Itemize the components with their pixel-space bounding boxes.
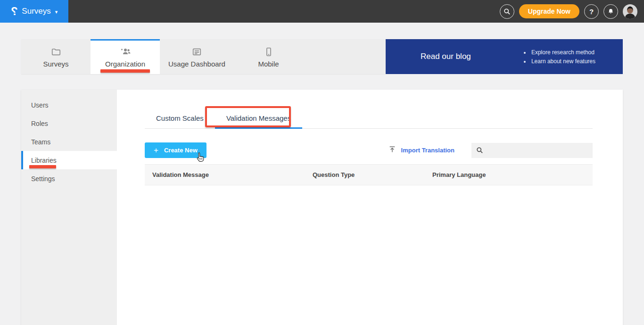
bell-icon [607,8,614,15]
plus-icon: + [154,146,158,155]
blog-title: Read our blog [421,52,471,61]
nav-tab-label: Surveys [43,60,68,68]
user-avatar[interactable] [623,4,637,19]
nav-tabstrip: Surveys Organization Usage Dashboard M [21,39,386,74]
blog-bullet: Learn about new features [530,58,595,65]
help-button[interactable]: ? [584,4,599,19]
question-mark-icon: ? [589,8,594,16]
sidebar-item-users[interactable]: Users [21,96,117,114]
import-translation-label: Import Translation [401,147,454,154]
tab-validation-messages[interactable]: Validation Messages [215,110,302,129]
search-icon [504,8,511,15]
product-name: Surveys [22,7,50,16]
nav-tab-label: Mobile [258,60,279,68]
avatar-photo [623,4,637,19]
tab-custom-scales[interactable]: Custom Scales [145,110,215,129]
create-new-button[interactable]: + Create New [145,142,206,158]
nav-tab-surveys[interactable]: Surveys [21,39,91,74]
sidebar-item-roles[interactable]: Roles [21,114,117,133]
search-icon [476,147,483,154]
import-translation-link[interactable]: Import Translation [388,145,454,155]
topbar-actions: Upgrade Now ? [500,0,637,23]
sidebar-item-label: Users [31,101,49,109]
nav-tab-organization[interactable]: Organization [91,39,160,74]
column-header-validation-message: Validation Message [152,171,313,178]
table-search-box[interactable] [471,143,593,158]
toolbar-right-group: Import Translation [388,143,593,158]
notifications-button[interactable] [603,4,618,19]
blog-promo-panel[interactable]: Read our blog Explore research method Le… [386,39,623,74]
annotation-underline-organization [100,69,150,73]
upload-icon [388,145,396,155]
sidebar-item-label: Roles [31,120,48,127]
table-search-input[interactable] [487,147,588,154]
nav-tab-label: Organization [105,60,145,68]
dashboard-icon [191,47,203,57]
nav-tab-mobile[interactable]: Mobile [234,39,303,74]
mobile-icon [264,47,274,57]
sidebar-item-settings[interactable]: Settings [21,169,117,188]
sidebar-item-label: Libraries [31,157,57,164]
libraries-content: Custom Scales Validation Messages + Crea… [117,90,623,325]
nav-tab-usage-dashboard[interactable]: Usage Dashboard [160,39,234,74]
upgrade-now-button[interactable]: Upgrade Now [519,4,579,18]
primary-navigation: Surveys Organization Usage Dashboard M [21,39,623,74]
nav-tab-label: Usage Dashboard [168,60,225,68]
app-window: ? Surveys ▾ Upgrade Now ? [0,0,644,325]
annotation-underline-libraries [29,165,56,168]
product-switcher[interactable]: ? Surveys ▾ [0,0,68,23]
validation-messages-table-header: Validation Message Question Type Primary… [145,164,593,185]
chevron-down-icon: ▾ [55,9,58,15]
create-new-label: Create New [164,147,198,154]
column-header-question-type: Question Type [313,171,432,178]
global-search-button[interactable] [500,4,514,19]
sidebar-item-label: Settings [31,175,55,183]
list-toolbar: + Create New Import Translation [145,142,593,158]
settings-sidebar: Users Roles Teams Libraries Settings [21,90,117,325]
questionpro-logo-icon: ? [11,6,18,17]
sidebar-item-label: Teams [31,138,50,146]
top-bar: ? Surveys ▾ Upgrade Now ? [0,0,644,23]
blog-bullet-list: Explore research method Learn about new … [530,47,595,67]
sidebar-item-libraries[interactable]: Libraries [21,151,117,169]
content-card: Users Roles Teams Libraries Settings Cus… [21,90,623,325]
blog-bullet: Explore research method [530,49,595,56]
column-header-primary-language: Primary Language [432,171,593,178]
folder-icon [50,47,62,57]
sidebar-item-teams[interactable]: Teams [21,133,117,151]
library-tabs: Custom Scales Validation Messages [145,110,593,129]
organization-people-icon [119,47,132,57]
